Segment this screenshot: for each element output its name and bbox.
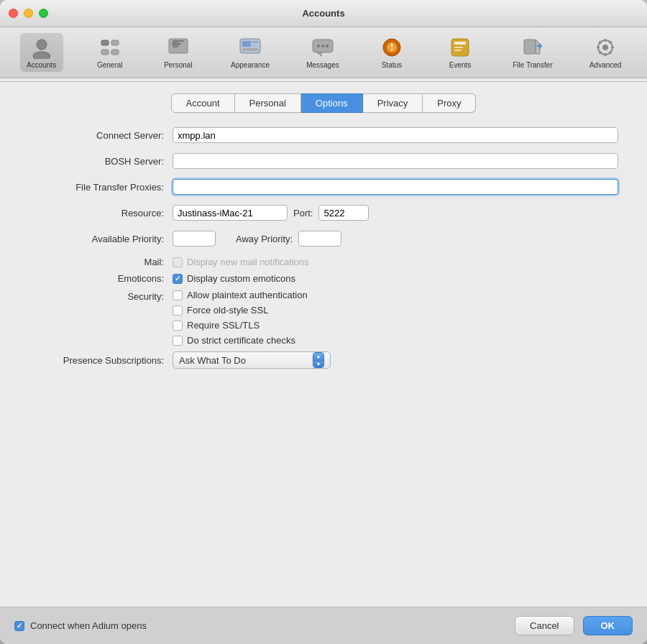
- security-plaintext-label: Allow plaintext authentication: [187, 290, 308, 300]
- maximize-button[interactable]: [39, 9, 48, 18]
- security-old-ssl-checkbox[interactable]: [173, 305, 183, 316]
- bottom-buttons: Cancel OK: [515, 616, 633, 635]
- minimize-button[interactable]: [24, 9, 33, 18]
- svg-rect-22: [391, 49, 393, 50]
- toolbar-separator: [0, 81, 647, 82]
- away-priority-input[interactable]: [298, 231, 341, 247]
- tab-options[interactable]: Options: [301, 93, 363, 113]
- svg-point-17: [321, 45, 324, 47]
- toolbar-item-file-transfer[interactable]: File Transfer: [507, 33, 559, 72]
- traffic-lights: [9, 9, 48, 18]
- connect-checkbox[interactable]: [14, 621, 24, 631]
- messages-icon: [311, 36, 334, 59]
- away-priority-label: Away Priority:: [236, 234, 293, 244]
- toolbar: Accounts General: [0, 27, 647, 78]
- security-plaintext-item: Allow plaintext authentication: [173, 290, 308, 300]
- security-label: Security:: [29, 290, 173, 302]
- toolbar-general-label: General: [97, 61, 123, 69]
- available-priority-input[interactable]: [173, 231, 216, 247]
- connect-server-input[interactable]: [173, 127, 618, 143]
- presence-dropdown[interactable]: Ask What To Do ▲ ▼: [173, 351, 331, 369]
- toolbar-appearance-label: Appearance: [231, 61, 270, 69]
- svg-rect-27: [524, 40, 536, 54]
- toolbar-item-advanced[interactable]: Advanced: [584, 33, 627, 72]
- security-strict-cert-checkbox[interactable]: [173, 336, 183, 346]
- presence-stepper-down[interactable]: ▼: [313, 361, 324, 368]
- toolbar-item-general[interactable]: General: [88, 33, 132, 72]
- presence-label: Presence Subscriptions:: [29, 355, 173, 366]
- resource-label: Resource:: [29, 208, 173, 218]
- svg-marker-15: [317, 52, 321, 56]
- presence-value: Ask What To Do: [179, 355, 246, 366]
- security-old-ssl-label: Force old-style SSL: [187, 305, 268, 316]
- content-area: Account Personal Options Privacy Proxy C…: [0, 85, 647, 607]
- security-strict-cert-label: Do strict certificate checks: [187, 335, 295, 346]
- priority-row: Available Priority: Away Priority:: [29, 231, 618, 247]
- toolbar-accounts-label: Accounts: [27, 61, 56, 69]
- toolbar-item-events[interactable]: Events: [439, 33, 482, 72]
- emoticons-checkbox-label: Display custom emoticons: [187, 273, 295, 284]
- options-form: Connect Server: BOSH Server: File Transf…: [0, 113, 647, 607]
- connect-checkbox-row: Connect when Adium opens: [14, 620, 147, 631]
- ok-button[interactable]: OK: [583, 616, 633, 635]
- appearance-icon: [239, 36, 262, 59]
- security-plaintext-checkbox[interactable]: [173, 290, 183, 300]
- svg-rect-11: [242, 41, 251, 47]
- cancel-button[interactable]: Cancel: [515, 616, 574, 635]
- bottom-bar: Connect when Adium opens Cancel OK: [0, 607, 647, 644]
- bosh-server-input[interactable]: [173, 153, 618, 169]
- resource-input[interactable]: [173, 205, 288, 221]
- svg-rect-21: [391, 43, 393, 47]
- toolbar-item-accounts[interactable]: Accounts: [20, 33, 63, 72]
- svg-rect-3: [111, 40, 119, 45]
- connect-server-label: Connect Server:: [29, 130, 173, 141]
- accounts-icon: [30, 36, 53, 59]
- status-icon: [380, 36, 403, 59]
- toolbar-item-personal[interactable]: Personal: [157, 33, 200, 72]
- svg-rect-24: [454, 42, 466, 45]
- connect-label: Connect when Adium opens: [30, 620, 147, 631]
- toolbar-status-label: Status: [382, 61, 402, 69]
- tab-privacy[interactable]: Privacy: [363, 93, 423, 113]
- emoticons-checkbox[interactable]: [173, 274, 183, 284]
- presence-stepper[interactable]: ▲ ▼: [313, 352, 324, 368]
- svg-point-0: [37, 40, 47, 50]
- tab-proxy[interactable]: Proxy: [423, 93, 476, 113]
- security-checkboxes: Allow plaintext authentication Force old…: [173, 290, 308, 346]
- toolbar-personal-label: Personal: [164, 61, 192, 69]
- port-input[interactable]: [318, 205, 369, 221]
- file-transfer-icon: [521, 36, 544, 59]
- toolbar-advanced-label: Advanced: [589, 61, 621, 69]
- security-old-ssl-item: Force old-style SSL: [173, 305, 308, 316]
- svg-point-1: [33, 52, 50, 59]
- personal-icon: [167, 36, 190, 59]
- close-button[interactable]: [9, 9, 18, 18]
- toolbar-events-label: Events: [449, 61, 472, 69]
- security-ssl-tls-checkbox[interactable]: [173, 321, 183, 331]
- file-transfer-proxies-input[interactable]: [173, 179, 618, 195]
- tab-bar: Account Personal Options Privacy Proxy: [0, 85, 647, 113]
- tab-account[interactable]: Account: [171, 93, 235, 113]
- tab-personal[interactable]: Personal: [235, 93, 301, 113]
- titlebar: Accounts: [0, 0, 647, 27]
- presence-stepper-up[interactable]: ▲: [313, 353, 324, 361]
- security-ssl-tls-label: Require SSL/TLS: [187, 320, 260, 331]
- svg-point-16: [317, 45, 320, 47]
- security-strict-cert-item: Do strict certificate checks: [173, 335, 308, 346]
- advanced-icon: [594, 36, 617, 59]
- svg-point-18: [326, 45, 329, 47]
- toolbar-item-messages[interactable]: Messages: [300, 33, 345, 72]
- toolbar-item-appearance[interactable]: Appearance: [225, 33, 275, 72]
- toolbar-messages-label: Messages: [306, 61, 339, 69]
- svg-rect-9: [173, 43, 181, 45]
- toolbar-item-status[interactable]: Status: [370, 33, 413, 72]
- connect-server-row: Connect Server:: [29, 127, 618, 143]
- svg-rect-26: [454, 50, 462, 51]
- svg-rect-8: [173, 40, 184, 42]
- main-window: Accounts Accounts Gen: [0, 0, 647, 644]
- svg-rect-25: [454, 47, 463, 48]
- resource-row: Resource: Port:: [29, 205, 618, 221]
- mail-checkbox[interactable]: [173, 257, 183, 267]
- emoticons-row: Emoticons: Display custom emoticons: [29, 273, 618, 284]
- presence-row: Presence Subscriptions: Ask What To Do ▲…: [29, 351, 618, 369]
